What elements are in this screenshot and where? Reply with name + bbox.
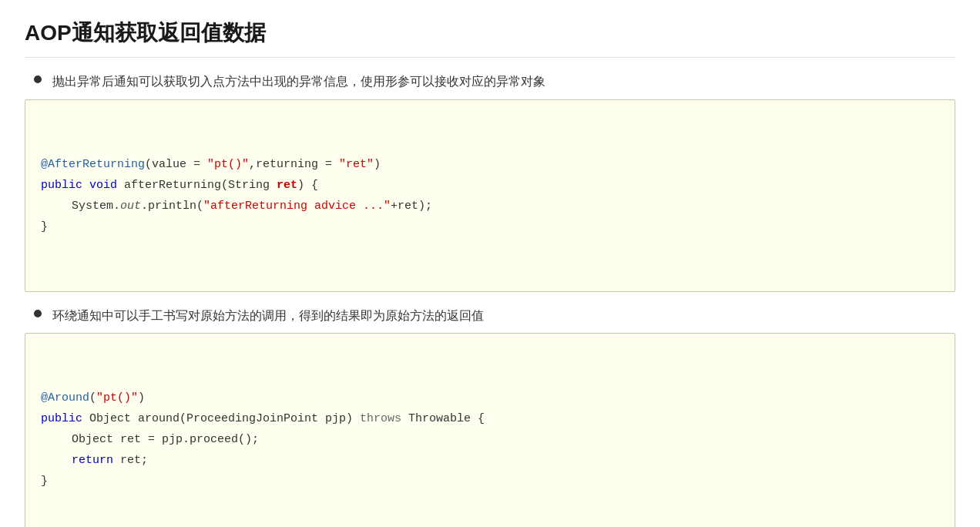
code-block-after-returning: @AfterReturning(value = "pt()",returning… <box>25 99 955 292</box>
code-line-3: System.out.println("afterReturning advic… <box>41 196 939 217</box>
annotation-around: @Around <box>41 391 89 404</box>
page-title: AOP通知获取返回值数据 <box>25 18 955 58</box>
code-line-4: } <box>41 217 939 237</box>
bullet-point-2: 环绕通知中可以手工书写对原始方法的调用，得到的结果即为原始方法的返回值 <box>34 306 955 326</box>
code-block-around: @Around("pt()")public Object around(Proc… <box>25 333 955 527</box>
bullet-dot-1 <box>34 76 42 83</box>
code-line-a2: public Object around(ProceedingJoinPoint… <box>41 408 939 429</box>
code-line-a1: @Around("pt()") <box>41 388 939 408</box>
code-line-1: @AfterReturning(value = "pt()",returning… <box>41 154 939 175</box>
code-line-2: public void afterReturning(String ret) { <box>41 175 939 196</box>
bullet-point-1: 抛出异常后通知可以获取切入点方法中出现的异常信息，使用形参可以接收对应的异常对象 <box>34 72 955 92</box>
code-line-a3: Object ret = pjp.proceed(); <box>41 429 939 450</box>
bullet-text-1: 抛出异常后通知可以获取切入点方法中出现的异常信息，使用形参可以接收对应的异常对象 <box>52 72 545 92</box>
annotation-after-returning: @AfterReturning <box>41 158 145 171</box>
bullet-dot-2 <box>34 310 42 317</box>
page-container: AOP通知获取返回值数据 抛出异常后通知可以获取切入点方法中出现的异常信息，使用… <box>0 0 980 527</box>
bullet-text-2: 环绕通知中可以手工书写对原始方法的调用，得到的结果即为原始方法的返回值 <box>52 306 484 326</box>
code-line-a5: } <box>41 471 939 492</box>
code-line-a4: return ret; <box>41 450 939 471</box>
